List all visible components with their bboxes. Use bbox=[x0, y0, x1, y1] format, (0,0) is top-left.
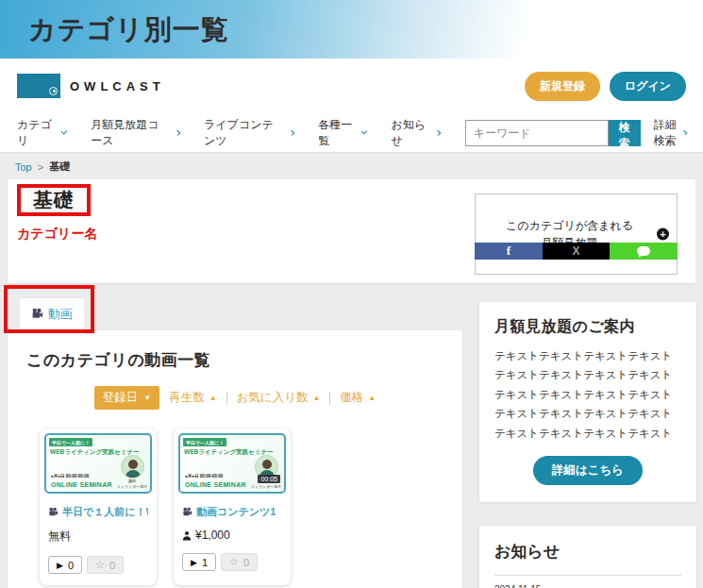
nav-item-live-content[interactable]: ライブコンテンツ bbox=[204, 117, 293, 149]
favorite-count: ☆ 0 bbox=[221, 553, 258, 571]
nav-item-subscription-course[interactable]: 月額見放題コース bbox=[91, 117, 179, 149]
video-list-panel: このカテゴリの動画一覧 登録日 ▼ 再生数 ▲ お気に入り数 ▲ 価格 ▲ bbox=[8, 330, 462, 588]
advanced-search-link[interactable]: 詳細検索 bbox=[654, 117, 686, 149]
video-list-heading: このカテゴリの動画一覧 bbox=[26, 349, 444, 371]
thumbnail-type: ONLINE SEMINAR bbox=[51, 481, 112, 488]
main-nav: カテゴリ 月額見放題コース ライブコンテンツ 各種一覧 お知らせ 検索 詳細検索 bbox=[0, 113, 703, 153]
caret-up-icon: ▲ bbox=[209, 394, 217, 402]
site-header: OWLCAST 新規登録 ログイン bbox=[0, 59, 703, 113]
nav-item-news[interactable]: お知らせ bbox=[392, 117, 441, 149]
divider bbox=[329, 392, 330, 405]
tab-videos[interactable]: 動画 bbox=[19, 297, 85, 329]
nav-item-label: 月額見放題コース bbox=[91, 117, 169, 149]
instructor-caption: 講師 ストランダー花子 bbox=[116, 479, 148, 490]
play-count: ▶ 0 bbox=[48, 556, 82, 574]
sort-by-date-button[interactable]: 登録日 ▼ bbox=[94, 386, 159, 410]
signup-button[interactable]: 新規登録 bbox=[525, 72, 600, 101]
nav-item-category[interactable]: カテゴリ bbox=[17, 117, 66, 149]
line-share-button[interactable] bbox=[610, 243, 678, 260]
category-annotation-label: カテゴリー名 bbox=[17, 226, 97, 243]
duration-badge: 00:05 bbox=[258, 475, 280, 483]
sidebar: 月額見放題のご案内 テキストテキストテキストテキスト テキストテキストテキストテ… bbox=[479, 302, 696, 588]
instructor-avatar bbox=[121, 455, 144, 479]
divider bbox=[226, 392, 227, 405]
video-price: 無料 bbox=[48, 529, 148, 545]
breadcrumb-current: 基礎 bbox=[49, 160, 70, 174]
sort-by-plays-button[interactable]: 再生数 ▲ bbox=[169, 390, 216, 406]
advanced-search-label: 詳細検索 bbox=[654, 117, 678, 149]
sort-label: 価格 bbox=[340, 390, 363, 406]
video-stats: ▶ 1 ☆ 0 bbox=[182, 553, 282, 571]
subscription-info-body: テキストテキストテキストテキスト テキストテキストテキストテキストテキストテキス… bbox=[494, 346, 681, 443]
nav-item-label: 各種一覧 bbox=[318, 117, 357, 149]
line-icon bbox=[637, 246, 650, 256]
video-camera-icon bbox=[182, 507, 192, 517]
tab-videos-label: 動画 bbox=[48, 306, 73, 323]
thumbnail-date: ●月●日 00:00-00:00 bbox=[51, 474, 89, 479]
video-cards-row: 半日で一人前に！ WEBライティング実践セミナー 講師 ストランダー花子 ●月●… bbox=[26, 428, 444, 585]
video-stats: ▶ 0 ☆ 0 bbox=[48, 556, 148, 574]
category-title-annotation-box: 基礎 bbox=[17, 184, 91, 216]
thumbnail-date: ●月●日 00:00-00:00 bbox=[185, 474, 223, 479]
person-icon bbox=[182, 530, 192, 541]
play-icon: ▶ bbox=[191, 558, 197, 567]
logo[interactable]: OWLCAST bbox=[17, 74, 165, 98]
divider bbox=[494, 575, 681, 576]
thumbnail-badge: 半日で一人前に！ bbox=[49, 438, 92, 446]
news-item[interactable]: 2024.11.15 お知らせ bbox=[494, 584, 681, 588]
caret-up-icon: ▲ bbox=[368, 394, 376, 402]
login-button[interactable]: ログイン bbox=[610, 72, 686, 101]
nav-item-label: カテゴリ bbox=[17, 117, 57, 149]
video-camera-icon bbox=[31, 308, 43, 320]
chevron-down-icon bbox=[61, 128, 68, 135]
video-price: ¥1,000 bbox=[182, 529, 282, 542]
share-bar: f X bbox=[475, 243, 678, 260]
caret-up-icon: ▲ bbox=[312, 394, 320, 402]
sort-by-price-button[interactable]: 価格 ▲ bbox=[340, 390, 376, 406]
chevron-right-icon bbox=[289, 129, 295, 136]
chevron-right-icon bbox=[435, 129, 442, 136]
news-date: 2024.11.15 bbox=[494, 584, 681, 588]
thumbnail-badge: 半日で一人前に！ bbox=[183, 438, 226, 446]
video-card[interactable]: 半日で一人前に！ WEBライティング実践セミナー 講師 ストランダー花子 ●月●… bbox=[174, 428, 291, 585]
search-button[interactable]: 検索 bbox=[609, 120, 641, 146]
chevron-down-icon bbox=[361, 128, 368, 135]
play-icon: ▶ bbox=[57, 561, 63, 570]
sort-by-favorites-button[interactable]: お気に入り数 ▲ bbox=[237, 390, 321, 406]
caret-down-icon: ▼ bbox=[143, 394, 151, 402]
news-card: お知らせ 2024.11.15 お知らせ bbox=[479, 526, 696, 588]
sort-bar: 登録日 ▼ 再生数 ▲ お気に入り数 ▲ 価格 ▲ bbox=[26, 386, 444, 410]
included-subscription-button[interactable]: このカテゴリが含まれる 月額見放題 + bbox=[475, 193, 678, 275]
news-heading: お知らせ bbox=[494, 541, 681, 563]
video-title-link[interactable]: 動画コンテンツ1 bbox=[182, 505, 282, 519]
detail-button[interactable]: 詳細はこちら bbox=[533, 456, 643, 485]
sort-label: 登録日 bbox=[103, 390, 139, 406]
favorite-count: ☆ 0 bbox=[87, 556, 124, 574]
breadcrumb-home-link[interactable]: Top bbox=[15, 161, 32, 173]
nav-item-label: ライブコンテンツ bbox=[204, 117, 284, 149]
owl-logo-icon bbox=[17, 74, 60, 98]
video-title-link[interactable]: 半日で１人前に！W… bbox=[48, 505, 148, 519]
breadcrumb: Top > 基礎 bbox=[0, 153, 703, 179]
facebook-share-button[interactable]: f bbox=[475, 243, 543, 260]
plus-icon: + bbox=[657, 228, 669, 241]
search-input[interactable] bbox=[465, 120, 609, 146]
thumbnail-type: ONLINE SEMINAR bbox=[185, 481, 246, 488]
x-share-button[interactable]: X bbox=[543, 243, 611, 260]
search-group: 検索 詳細検索 bbox=[465, 117, 686, 149]
breadcrumb-separator: > bbox=[38, 161, 43, 173]
page: カテゴリ別一覧 OWLCAST 新規登録 ログイン カテゴリ 月額見放題コース … bbox=[0, 0, 703, 588]
logo-text: OWLCAST bbox=[70, 79, 165, 93]
nav-item-label: お知らせ bbox=[392, 117, 431, 149]
facebook-icon: f bbox=[507, 244, 511, 259]
nav-item-lists[interactable]: 各種一覧 bbox=[318, 117, 366, 149]
play-count: ▶ 1 bbox=[182, 553, 216, 571]
video-card[interactable]: 半日で一人前に！ WEBライティング実践セミナー 講師 ストランダー花子 ●月●… bbox=[40, 428, 157, 585]
video-camera-icon bbox=[48, 507, 59, 517]
subscription-info-heading: 月額見放題のご案内 bbox=[494, 317, 681, 337]
page-title: カテゴリ別一覧 bbox=[0, 0, 703, 59]
subscription-info-card: 月額見放題のご案内 テキストテキストテキストテキスト テキストテキストテキストテ… bbox=[479, 302, 696, 502]
chevron-right-icon bbox=[682, 130, 688, 136]
page-banner: カテゴリ別一覧 bbox=[0, 0, 703, 59]
chevron-right-icon bbox=[174, 129, 180, 136]
